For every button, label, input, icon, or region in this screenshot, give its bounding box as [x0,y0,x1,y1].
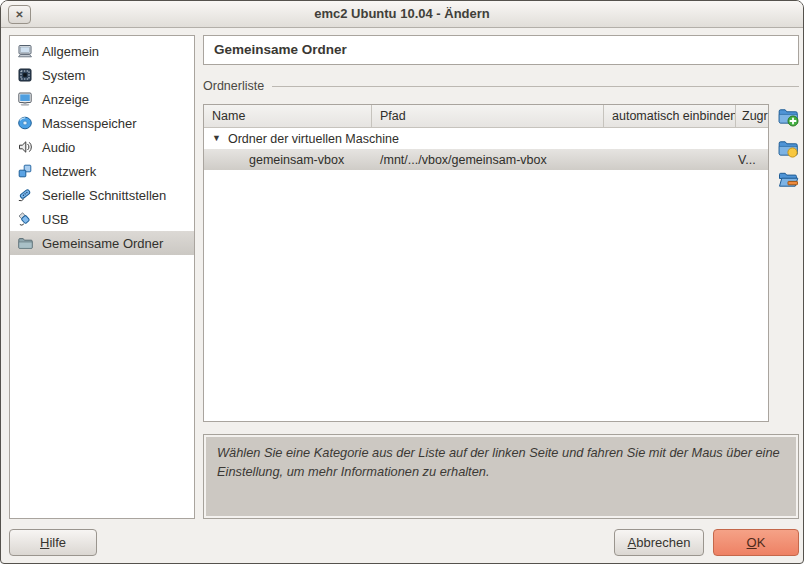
column-header-name[interactable]: Name [204,105,372,127]
ok-button[interactable]: OK [713,529,799,556]
ok-button-label: OK [747,535,766,550]
edit-folder-icon [777,137,799,159]
table-header: Name Pfad automatisch einbinden Zugriff [204,105,768,128]
sidebar-item-serielle-schnittstellen[interactable]: Serielle Schnittstellen [10,183,194,207]
sidebar-item-label: Gemeinsame Ordner [42,236,163,251]
settings-dialog: ✕ emc2 Ubuntu 10.04 - Ändern Allgemein S… [0,0,804,564]
titlebar: ✕ emc2 Ubuntu 10.04 - Ändern [1,1,803,28]
info-panel: Wählen Sie eine Kategorie aus der Liste … [203,434,799,519]
window-title: emc2 Ubuntu 10.04 - Ändern [1,1,803,27]
sidebar-item-label: Serielle Schnittstellen [42,188,166,203]
system-icon [17,67,33,83]
sidebar-item-allgemein[interactable]: Allgemein [10,39,194,63]
sidebar-item-label: Netzwerk [42,164,96,179]
shared-folders-table[interactable]: Name Pfad automatisch einbinden Zugriff … [203,104,769,422]
edit-shared-folder-button[interactable] [777,137,799,159]
usb-icon [17,211,33,227]
sidebar-item-gemeinsame-ordner[interactable]: Gemeinsame Ordner [10,231,194,255]
sidebar-item-usb[interactable]: USB [10,207,194,231]
cancel-button-label: Abbrechen [628,535,691,550]
group-rule [272,86,799,87]
sidebar-item-audio[interactable]: Audio [10,135,194,159]
serial-ports-icon [17,187,33,203]
column-header-path[interactable]: Pfad [372,105,604,127]
general-icon [17,43,33,59]
display-icon [17,91,33,107]
sidebar-item-system[interactable]: System [10,63,194,87]
cell-access: V... [736,153,768,167]
cell-name: gemeinsam-vbox [204,153,372,167]
shared-folders-icon [17,235,33,251]
sidebar-item-label: Allgemein [42,44,99,59]
close-icon: ✕ [15,9,23,20]
sidebar-item-label: Audio [42,140,75,155]
sidebar-item-label: USB [42,212,69,227]
table-row[interactable]: gemeinsam-vbox /mnt/.../vbox/gemeinsam-v… [204,149,768,170]
tree-group-row[interactable]: ▼ Ordner der virtuellen Maschine [204,128,768,149]
page-title: Gemeinsame Ordner [203,35,799,65]
help-button-label: Hilfe [40,535,66,550]
cell-path: /mnt/.../vbox/gemeinsam-vbox [372,153,604,167]
remove-shared-folder-button[interactable] [777,169,799,191]
chevron-down-icon[interactable]: ▼ [212,134,221,143]
help-button[interactable]: Hilfe [9,529,97,556]
sidebar-item-massenspeicher[interactable]: Massenspeicher [10,111,194,135]
cancel-button[interactable]: Abbrechen [614,529,704,556]
sidebar-item-label: Anzeige [42,92,89,107]
storage-icon [17,115,33,131]
sidebar-item-label: Massenspeicher [42,116,137,131]
close-button[interactable]: ✕ [8,5,31,24]
category-list: Allgemein System Anzeige [9,35,195,519]
column-header-automount[interactable]: automatisch einbinden [604,105,736,127]
network-icon [17,163,33,179]
sidebar-item-label: System [42,68,85,83]
audio-icon [17,139,33,155]
remove-folder-icon [777,169,799,191]
sidebar-item-anzeige[interactable]: Anzeige [10,87,194,111]
tree-group-label: Ordner der virtuellen Maschine [228,132,399,146]
folder-list-group: Ordnerliste [203,79,799,93]
group-title: Ordnerliste [203,79,264,93]
folder-actions [777,105,799,191]
sidebar-item-netzwerk[interactable]: Netzwerk [10,159,194,183]
column-header-access[interactable]: Zugriff [736,105,768,127]
add-folder-icon [777,105,799,127]
add-shared-folder-button[interactable] [777,105,799,127]
